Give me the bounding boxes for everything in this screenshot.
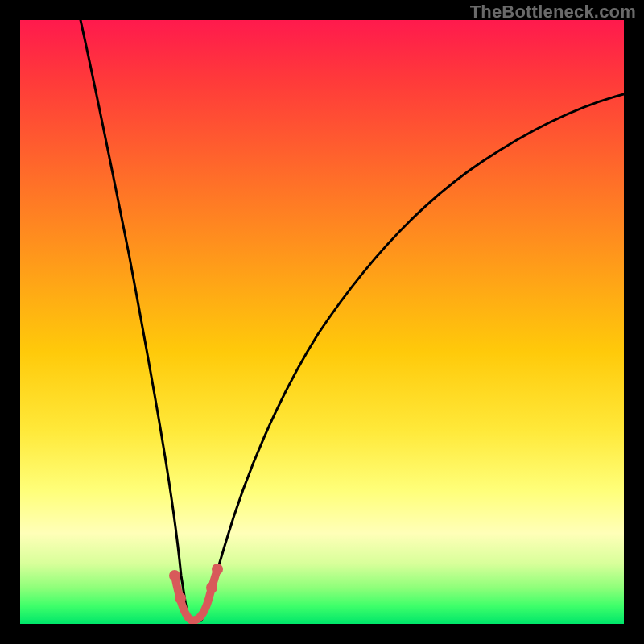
marker-dot-right-lower [206, 582, 217, 593]
marker-dot-right-upper [212, 564, 223, 575]
plot-area [20, 20, 624, 624]
watermark-text: TheBottleneck.com [470, 2, 636, 23]
left-curve [80, 20, 189, 621]
chart-frame: TheBottleneck.com [0, 0, 644, 644]
curve-svg [20, 20, 624, 624]
right-curve [201, 94, 624, 621]
marker-dot-left-lower [175, 592, 186, 604]
marker-dot-left-upper [169, 570, 180, 581]
